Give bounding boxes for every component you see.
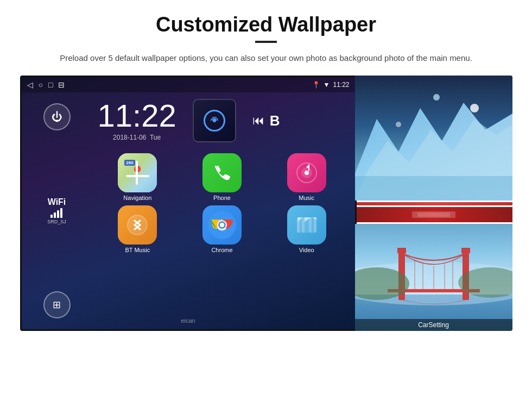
prev-track-icon[interactable]: ⏮ [252,114,264,128]
bt-music-label: BT Music [125,247,150,253]
wifi-bar-2 [54,212,56,218]
phone-app-icon[interactable] [202,153,242,192]
wifi-bars [47,208,66,218]
home-icon[interactable]: ○ [39,80,43,89]
map-road-vertical [136,161,138,184]
navigation-label: Navigation [123,195,151,201]
carsetting-label[interactable]: CarSetting [355,319,512,331]
svg-rect-34 [461,248,470,253]
power-button[interactable]: ⏻ [43,103,71,130]
wallpaper-ice[interactable] [355,76,512,201]
svg-point-25 [433,94,440,101]
route-badge: 280 [124,160,135,166]
chrome-label: Chrome [211,247,232,253]
mid-decoration-svg [407,209,461,220]
page-title: Customized Wallpaper [156,13,376,36]
svg-point-23 [470,104,479,112]
map-background: 📍 280 [118,153,157,192]
chrome-svg [208,211,236,239]
wallpaper-panels: CarSetting [355,76,512,331]
status-bar-left: ◁ ○ □ ⊟ [27,80,65,89]
signal-icon: ▼ [324,81,330,89]
bridge-container [355,224,512,331]
wallpaper-red-bar [355,202,512,205]
music-svg [296,162,317,183]
svg-point-3 [305,171,309,175]
svg-rect-27 [417,212,450,217]
svg-point-24 [396,122,401,127]
svg-point-10 [220,223,224,227]
device-wrapper: ◁ ○ □ ⊟ 📍 ▼ 11:22 ⏻ WiFi [20,76,512,331]
recents-icon[interactable]: □ [48,80,53,89]
svg-rect-16 [302,217,305,233]
app-item-music[interactable]: Music [267,153,347,201]
grid-icon: ⊞ [53,299,61,311]
screenshot-icon[interactable]: ⊟ [58,80,65,89]
svg-rect-33 [397,248,406,253]
video-label: Video [299,247,314,253]
clock-date: 2018-11-06 Tue [98,134,176,141]
signal-circle [204,110,225,132]
video-app-icon[interactable] [287,205,326,245]
ice-wallpaper-content [355,76,512,201]
left-sidebar: ⏻ WiFi SRD_SJ ⊞ [22,92,92,329]
clock-display: 11:22 2018-11-06 Tue [98,100,176,141]
clock-section: 11:22 2018-11-06 Tue [92,92,355,149]
app-letter-b: B [270,112,280,129]
svg-rect-22 [355,176,512,201]
page-container: Customized Wallpaper Preload over 5 defa… [0,0,532,407]
wifi-bar-4 [60,208,62,218]
phone-svg [212,163,232,183]
svg-point-5 [128,215,147,235]
app-item-navigation[interactable]: 📍 280 Navigation [98,153,178,201]
wallpaper-mid-bar [355,207,512,222]
ice-scene-svg [355,76,512,201]
chrome-app-icon[interactable] [202,205,242,245]
clock-time: 11:22 [98,100,176,132]
wifi-bar-1 [50,215,53,218]
wifi-title: WiFi [47,197,66,207]
music-widget [193,99,236,142]
main-content: 11:22 2018-11-06 Tue [92,92,355,329]
location-icon: 📍 [312,81,320,89]
wifi-signal-svg [208,114,221,127]
app-item-video[interactable]: Video [267,205,347,253]
svg-rect-15 [297,217,300,233]
status-bar: ◁ ○ □ ⊟ 📍 ▼ 11:22 [22,77,355,92]
app-item-bt-music[interactable]: BT Music [98,205,178,253]
watermark: eican [181,317,195,324]
back-icon[interactable]: ◁ [27,80,33,89]
wallpaper-bridge[interactable]: CarSetting [355,224,512,331]
title-divider [255,41,277,43]
apps-grid: 📍 280 Navigation Phone [92,149,355,258]
android-screen: ◁ ○ □ ⊟ 📍 ▼ 11:22 ⏻ WiFi [20,76,357,331]
app-item-chrome[interactable]: Chrome [182,205,262,253]
music-app-icon[interactable] [193,99,236,142]
svg-rect-18 [314,217,316,233]
status-time: 11:22 [333,81,349,89]
wifi-bar-3 [57,210,59,218]
music-controls: ⏮ B [252,112,280,129]
page-description: Preload over 5 default wallpaper options… [60,52,472,65]
apps-grid-button[interactable]: ⊞ [43,291,71,318]
app-item-phone[interactable]: Phone [182,153,262,201]
music-app-icon2[interactable] [287,153,326,192]
navigation-app-icon[interactable]: 📍 280 [118,153,157,192]
svg-rect-17 [309,217,312,233]
bt-svg [126,214,148,236]
wifi-widget: WiFi SRD_SJ [47,197,66,224]
phone-label: Phone [213,195,231,201]
video-svg [295,213,319,237]
music-label: Music [299,195,314,201]
power-icon: ⏻ [52,111,62,123]
bt-music-app-icon[interactable] [118,205,157,245]
bridge-scene-svg [355,224,512,331]
status-bar-right: 📍 ▼ 11:22 [312,81,350,89]
wifi-ssid: SRD_SJ [47,219,66,224]
